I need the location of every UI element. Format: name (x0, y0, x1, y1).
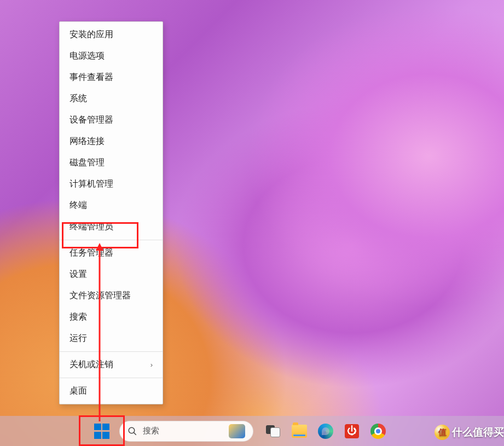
menu-item-7[interactable]: 计算机管理 (60, 173, 163, 195)
menu-item-14[interactable]: 运行 (60, 328, 163, 349)
app-button-red[interactable]: ⏻ (340, 419, 364, 443)
task-view-icon (266, 425, 280, 437)
start-button[interactable] (89, 418, 115, 444)
menu-item-0[interactable]: 安装的应用 (60, 24, 163, 45)
file-explorer-button[interactable] (287, 419, 311, 443)
folder-icon (292, 425, 307, 438)
search-highlight-icon (229, 424, 245, 438)
menu-item-8[interactable]: 终端 (60, 195, 163, 216)
menu-item-10[interactable]: 任务管理器 (60, 242, 163, 264)
menu-item-12[interactable]: 文件资源管理器 (60, 285, 163, 306)
menu-item-label: 终端管理员 (69, 221, 113, 233)
chrome-icon (370, 424, 386, 439)
menu-item-11[interactable]: 设置 (60, 264, 163, 285)
svg-line-3 (134, 432, 136, 435)
menu-item-3[interactable]: 系统 (60, 88, 163, 109)
menu-item-label: 终端 (69, 200, 87, 211)
watermark: 值 什么值得买 (435, 425, 504, 440)
menu-item-label: 桌面 (69, 385, 87, 397)
menu-item-label: 计算机管理 (69, 178, 113, 190)
search-icon (128, 426, 137, 436)
watermark-text: 什么值得买 (452, 425, 504, 439)
menu-item-1[interactable]: 电源选项 (60, 45, 163, 67)
chrome-button[interactable] (366, 419, 390, 443)
windows-logo-icon (94, 424, 109, 439)
menu-item-label: 电源选项 (69, 50, 105, 62)
chevron-right-icon: › (150, 361, 153, 369)
menu-item-label: 关机或注销 (69, 359, 113, 370)
menu-separator (60, 351, 163, 352)
menu-item-4[interactable]: 设备管理器 (60, 109, 163, 131)
menu-separator (60, 378, 163, 378)
menu-separator (60, 240, 163, 240)
svg-point-2 (129, 427, 135, 433)
watermark-badge-icon: 值 (435, 425, 450, 440)
menu-item-label: 设置 (69, 269, 87, 280)
menu-item-label: 设备管理器 (69, 114, 113, 126)
search-placeholder: 搜索 (143, 426, 223, 436)
power-app-icon: ⏻ (345, 424, 359, 438)
menu-item-6[interactable]: 磁盘管理 (60, 152, 163, 173)
menu-item-16[interactable]: 桌面 (60, 380, 163, 402)
menu-item-15[interactable]: 关机或注销› (60, 354, 163, 375)
menu-item-label: 安装的应用 (69, 29, 113, 40)
taskbar-pinned-apps: ⏻ (261, 419, 390, 443)
menu-item-label: 事件查看器 (69, 72, 113, 83)
menu-item-13[interactable]: 搜索 (60, 306, 163, 328)
taskbar: 搜索 ⏻ (0, 416, 504, 446)
menu-item-label: 文件资源管理器 (69, 290, 131, 302)
menu-item-label: 系统 (69, 93, 87, 105)
winx-context-menu: 安装的应用电源选项事件查看器系统设备管理器网络连接磁盘管理计算机管理终端终端管理… (59, 21, 163, 404)
menu-item-label: 网络连接 (69, 136, 105, 147)
menu-item-5[interactable]: 网络连接 (60, 131, 163, 152)
menu-item-label: 运行 (69, 333, 87, 344)
menu-item-label: 磁盘管理 (69, 157, 105, 169)
menu-item-2[interactable]: 事件查看器 (60, 67, 163, 88)
taskbar-search[interactable]: 搜索 (119, 421, 253, 442)
task-view-button[interactable] (261, 419, 285, 443)
edge-icon (318, 424, 333, 439)
menu-item-label: 搜索 (69, 311, 87, 323)
menu-item-9[interactable]: 终端管理员 (60, 216, 163, 238)
menu-item-label: 任务管理器 (69, 247, 113, 259)
edge-button[interactable] (314, 419, 338, 443)
